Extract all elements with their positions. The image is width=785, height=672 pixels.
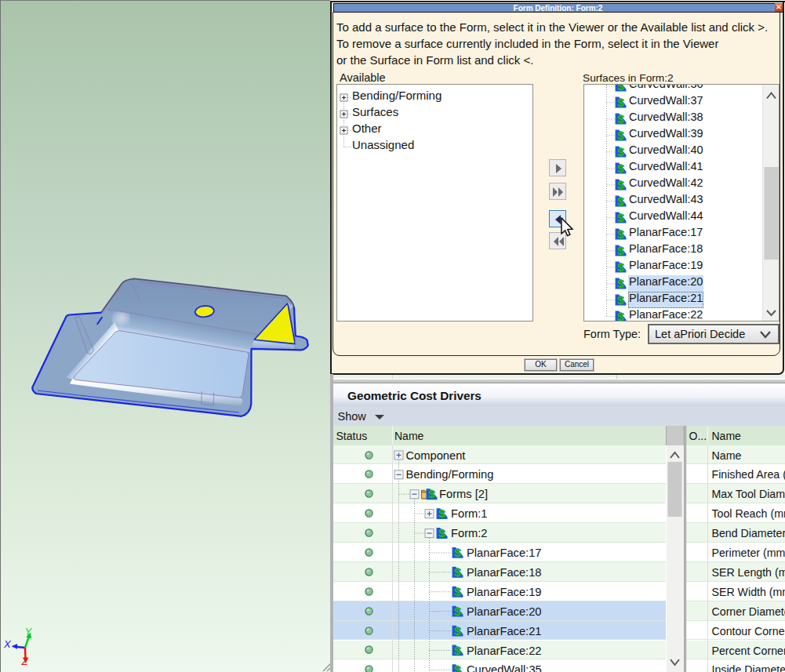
- svg-text:Y: Y: [25, 626, 33, 637]
- svg-text:Z: Z: [21, 656, 29, 667]
- svg-text:X: X: [3, 638, 12, 650]
